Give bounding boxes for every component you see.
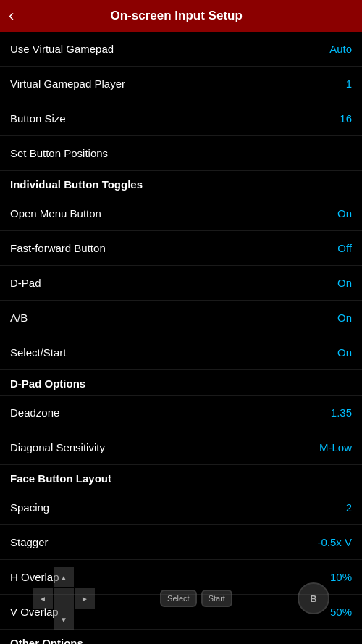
label-select-start: Select/Start	[10, 346, 67, 359]
label-set-button-positions: Set Button Positions	[10, 147, 108, 159]
value-diagonal-sensitivity: M-Low	[316, 441, 352, 453]
value-open-menu-button: On	[316, 207, 352, 219]
app-header: ‹ On-screen Input Setup	[0, 0, 362, 32]
label-virtual-gamepad-player: Virtual Gamepad Player	[10, 78, 125, 90]
section-other-options: Other Options	[0, 630, 362, 644]
label-button-size: Button Size	[10, 112, 66, 125]
value-stagger: -0.5x V	[316, 536, 352, 548]
row-spacing[interactable]: Spacing2	[0, 490, 362, 525]
value-use-virtual-gamepad: Auto	[316, 43, 352, 55]
row-select-start[interactable]: Select/StartOn	[0, 335, 362, 370]
value-deadzone: 1.35	[316, 406, 352, 419]
label-diagonal-sensitivity: Diagonal Sensitivity	[10, 441, 105, 453]
value-h-overlap: 10%	[316, 571, 352, 583]
value-select-start: On	[316, 346, 352, 359]
row-v-overlap[interactable]: V Overlap50%	[0, 595, 362, 630]
value-virtual-gamepad-player: 1	[316, 78, 352, 90]
section-header-text-d-pad-options: D-Pad Options	[10, 377, 85, 390]
value-v-overlap: 50%	[316, 606, 352, 618]
value-spacing: 2	[316, 501, 352, 514]
header-title: On-screen Input Setup	[21, 9, 332, 23]
section-header-text-individual-button-toggles: Individual Button Toggles	[10, 178, 143, 191]
value-d-pad: On	[316, 277, 352, 289]
row-stagger[interactable]: Stagger-0.5x V	[0, 525, 362, 560]
label-open-menu-button: Open Menu Button	[10, 207, 101, 219]
label-fast-forward-button: Fast-forward Button	[10, 242, 106, 254]
row-fast-forward-button[interactable]: Fast-forward ButtonOff	[0, 231, 362, 266]
row-open-menu-button[interactable]: Open Menu ButtonOn	[0, 196, 362, 231]
value-button-size: 16	[316, 112, 352, 125]
value-ab: On	[316, 311, 352, 324]
label-d-pad: D-Pad	[10, 277, 41, 289]
row-virtual-gamepad-player[interactable]: Virtual Gamepad Player1	[0, 67, 362, 101]
row-button-size[interactable]: Button Size16	[0, 101, 362, 136]
row-use-virtual-gamepad[interactable]: Use Virtual GamepadAuto	[0, 32, 362, 67]
label-v-overlap: V Overlap	[10, 606, 59, 618]
label-ab: A/B	[10, 311, 28, 324]
label-deadzone: Deadzone	[10, 406, 59, 419]
section-face-button-layout: Face Button Layout	[0, 465, 362, 490]
row-d-pad[interactable]: D-PadOn	[0, 266, 362, 301]
settings-list: Use Virtual GamepadAutoVirtual Gamepad P…	[0, 32, 362, 644]
label-stagger: Stagger	[10, 536, 49, 548]
row-h-overlap[interactable]: H Overlap10%	[0, 560, 362, 595]
label-h-overlap: H Overlap	[10, 571, 59, 583]
row-diagonal-sensitivity[interactable]: Diagonal SensitivityM-Low	[0, 430, 362, 465]
section-d-pad-options: D-Pad Options	[0, 370, 362, 396]
section-header-text-other-options: Other Options	[10, 637, 83, 644]
row-set-button-positions[interactable]: Set Button Positions	[0, 136, 362, 171]
row-ab[interactable]: A/BOn	[0, 301, 362, 335]
row-deadzone[interactable]: Deadzone1.35	[0, 396, 362, 430]
section-header-text-face-button-layout: Face Button Layout	[10, 472, 111, 485]
back-button[interactable]: ‹	[9, 7, 14, 25]
label-use-virtual-gamepad: Use Virtual Gamepad	[10, 43, 114, 55]
label-spacing: Spacing	[10, 501, 49, 514]
value-fast-forward-button: Off	[316, 242, 352, 254]
section-individual-button-toggles: Individual Button Toggles	[0, 171, 362, 196]
